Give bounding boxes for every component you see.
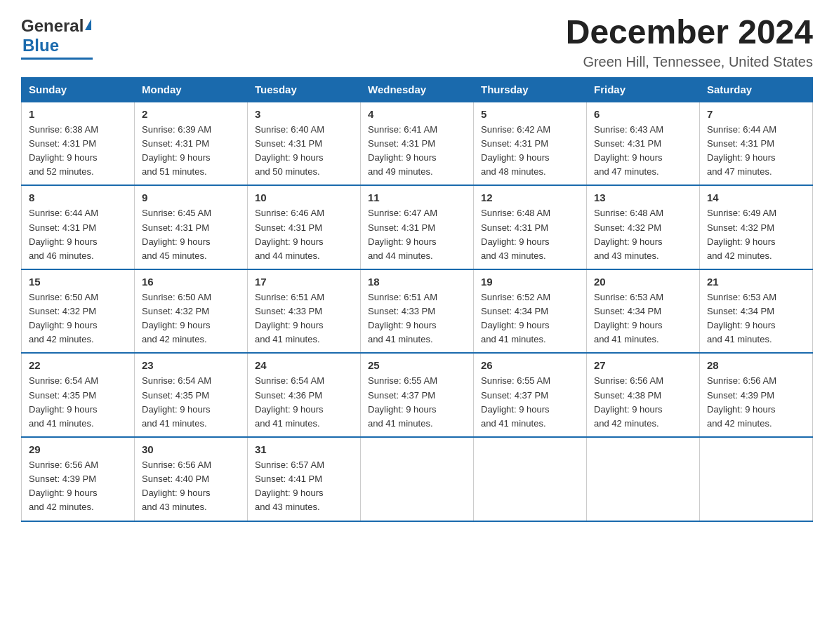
day-info: Sunrise: 6:48 AMSunset: 4:32 PMDaylight:… [594,208,663,260]
calendar-cell: 3 Sunrise: 6:40 AMSunset: 4:31 PMDayligh… [248,102,361,186]
day-number: 12 [481,192,579,203]
day-info: Sunrise: 6:51 AMSunset: 4:33 PMDaylight:… [368,292,437,344]
calendar-cell: 20 Sunrise: 6:53 AMSunset: 4:34 PMDaylig… [587,269,700,354]
day-info: Sunrise: 6:40 AMSunset: 4:31 PMDaylight:… [255,124,324,177]
day-of-week-header: Wednesday [361,77,474,102]
calendar-cell: 13 Sunrise: 6:48 AMSunset: 4:32 PMDaylig… [587,185,700,269]
day-number: 8 [29,192,127,203]
logo-underline [21,58,93,60]
calendar-cell [474,437,587,521]
day-number: 9 [142,192,240,203]
day-info: Sunrise: 6:56 AMSunset: 4:40 PMDaylight:… [142,459,211,512]
calendar-cell: 14 Sunrise: 6:49 AMSunset: 4:32 PMDaylig… [700,185,813,269]
day-info: Sunrise: 6:55 AMSunset: 4:37 PMDaylight:… [481,375,550,428]
day-info: Sunrise: 6:56 AMSunset: 4:38 PMDaylight:… [594,375,663,428]
calendar-cell: 25 Sunrise: 6:55 AMSunset: 4:37 PMDaylig… [361,353,474,437]
page-header: General Blue December 2024 Green Hill, T… [21,14,813,70]
calendar-cell: 30 Sunrise: 6:56 AMSunset: 4:40 PMDaylig… [135,437,248,521]
day-info: Sunrise: 6:49 AMSunset: 4:32 PMDaylight:… [707,208,776,260]
calendar-week-row: 29 Sunrise: 6:56 AMSunset: 4:39 PMDaylig… [22,437,813,521]
day-info: Sunrise: 6:56 AMSunset: 4:39 PMDaylight:… [707,375,776,428]
calendar-cell: 21 Sunrise: 6:53 AMSunset: 4:34 PMDaylig… [700,269,813,354]
day-info: Sunrise: 6:54 AMSunset: 4:35 PMDaylight:… [29,375,98,428]
logo: General Blue [21,14,93,60]
calendar-cell: 2 Sunrise: 6:39 AMSunset: 4:31 PMDayligh… [135,102,248,186]
calendar-cell: 8 Sunrise: 6:44 AMSunset: 4:31 PMDayligh… [22,185,135,269]
location-text: Green Hill, Tennessee, United States [566,54,813,70]
day-number: 31 [255,443,353,455]
calendar-table: SundayMondayTuesdayWednesdayThursdayFrid… [21,77,813,522]
day-of-week-header: Sunday [22,77,135,102]
day-number: 17 [255,276,353,288]
calendar-header-row: SundayMondayTuesdayWednesdayThursdayFrid… [22,77,813,102]
day-info: Sunrise: 6:48 AMSunset: 4:31 PMDaylight:… [481,208,550,260]
day-number: 4 [368,108,466,120]
month-title: December 2024 [566,14,813,51]
day-number: 14 [707,192,805,203]
calendar-cell: 11 Sunrise: 6:47 AMSunset: 4:31 PMDaylig… [361,185,474,269]
calendar-cell: 26 Sunrise: 6:55 AMSunset: 4:37 PMDaylig… [474,353,587,437]
day-number: 22 [29,359,127,371]
day-of-week-header: Tuesday [248,77,361,102]
day-number: 26 [481,359,579,371]
logo-triangle-icon [85,19,91,30]
calendar-week-row: 22 Sunrise: 6:54 AMSunset: 4:35 PMDaylig… [22,353,813,437]
day-info: Sunrise: 6:54 AMSunset: 4:36 PMDaylight:… [255,375,324,428]
day-info: Sunrise: 6:44 AMSunset: 4:31 PMDaylight:… [29,208,98,260]
calendar-cell: 12 Sunrise: 6:48 AMSunset: 4:31 PMDaylig… [474,185,587,269]
calendar-cell: 24 Sunrise: 6:54 AMSunset: 4:36 PMDaylig… [248,353,361,437]
day-number: 28 [707,359,805,371]
calendar-cell [361,437,474,521]
day-info: Sunrise: 6:42 AMSunset: 4:31 PMDaylight:… [481,124,550,177]
day-number: 21 [707,276,805,288]
day-info: Sunrise: 6:56 AMSunset: 4:39 PMDaylight:… [29,459,98,512]
calendar-cell: 19 Sunrise: 6:52 AMSunset: 4:34 PMDaylig… [474,269,587,354]
calendar-cell: 28 Sunrise: 6:56 AMSunset: 4:39 PMDaylig… [700,353,813,437]
logo-blue: Blue [21,36,59,55]
day-info: Sunrise: 6:38 AMSunset: 4:31 PMDaylight:… [29,124,98,177]
calendar-cell: 6 Sunrise: 6:43 AMSunset: 4:31 PMDayligh… [587,102,700,186]
day-number: 2 [142,108,240,120]
day-info: Sunrise: 6:51 AMSunset: 4:33 PMDaylight:… [255,292,324,344]
day-number: 15 [29,276,127,288]
day-number: 13 [594,192,692,203]
calendar-cell: 23 Sunrise: 6:54 AMSunset: 4:35 PMDaylig… [135,353,248,437]
day-number: 11 [368,192,466,203]
calendar-cell: 4 Sunrise: 6:41 AMSunset: 4:31 PMDayligh… [361,102,474,186]
day-number: 25 [368,359,466,371]
logo-general: General [21,18,84,34]
calendar-week-row: 1 Sunrise: 6:38 AMSunset: 4:31 PMDayligh… [22,102,813,186]
day-number: 24 [255,359,353,371]
calendar-cell: 18 Sunrise: 6:51 AMSunset: 4:33 PMDaylig… [361,269,474,354]
calendar-week-row: 8 Sunrise: 6:44 AMSunset: 4:31 PMDayligh… [22,185,813,269]
calendar-cell: 22 Sunrise: 6:54 AMSunset: 4:35 PMDaylig… [22,353,135,437]
day-info: Sunrise: 6:44 AMSunset: 4:31 PMDaylight:… [707,124,776,177]
day-number: 29 [29,443,127,455]
calendar-cell: 1 Sunrise: 6:38 AMSunset: 4:31 PMDayligh… [22,102,135,186]
day-info: Sunrise: 6:47 AMSunset: 4:31 PMDaylight:… [368,208,437,260]
calendar-cell: 16 Sunrise: 6:50 AMSunset: 4:32 PMDaylig… [135,269,248,354]
calendar-week-row: 15 Sunrise: 6:50 AMSunset: 4:32 PMDaylig… [22,269,813,354]
title-section: December 2024 Green Hill, Tennessee, Uni… [566,14,813,70]
day-info: Sunrise: 6:52 AMSunset: 4:34 PMDaylight:… [481,292,550,344]
day-number: 7 [707,108,805,120]
calendar-cell: 17 Sunrise: 6:51 AMSunset: 4:33 PMDaylig… [248,269,361,354]
day-of-week-header: Monday [135,77,248,102]
calendar-cell: 10 Sunrise: 6:46 AMSunset: 4:31 PMDaylig… [248,185,361,269]
day-info: Sunrise: 6:46 AMSunset: 4:31 PMDaylight:… [255,208,324,260]
day-info: Sunrise: 6:53 AMSunset: 4:34 PMDaylight:… [594,292,663,344]
calendar-cell: 31 Sunrise: 6:57 AMSunset: 4:41 PMDaylig… [248,437,361,521]
day-number: 16 [142,276,240,288]
day-info: Sunrise: 6:54 AMSunset: 4:35 PMDaylight:… [142,375,211,428]
calendar-cell: 29 Sunrise: 6:56 AMSunset: 4:39 PMDaylig… [22,437,135,521]
day-of-week-header: Thursday [474,77,587,102]
day-info: Sunrise: 6:39 AMSunset: 4:31 PMDaylight:… [142,124,211,177]
calendar-cell [587,437,700,521]
day-number: 27 [594,359,692,371]
day-number: 20 [594,276,692,288]
day-info: Sunrise: 6:50 AMSunset: 4:32 PMDaylight:… [142,292,211,344]
day-info: Sunrise: 6:41 AMSunset: 4:31 PMDaylight:… [368,124,437,177]
day-info: Sunrise: 6:50 AMSunset: 4:32 PMDaylight:… [29,292,98,344]
day-info: Sunrise: 6:53 AMSunset: 4:34 PMDaylight:… [707,292,776,344]
day-number: 5 [481,108,579,120]
